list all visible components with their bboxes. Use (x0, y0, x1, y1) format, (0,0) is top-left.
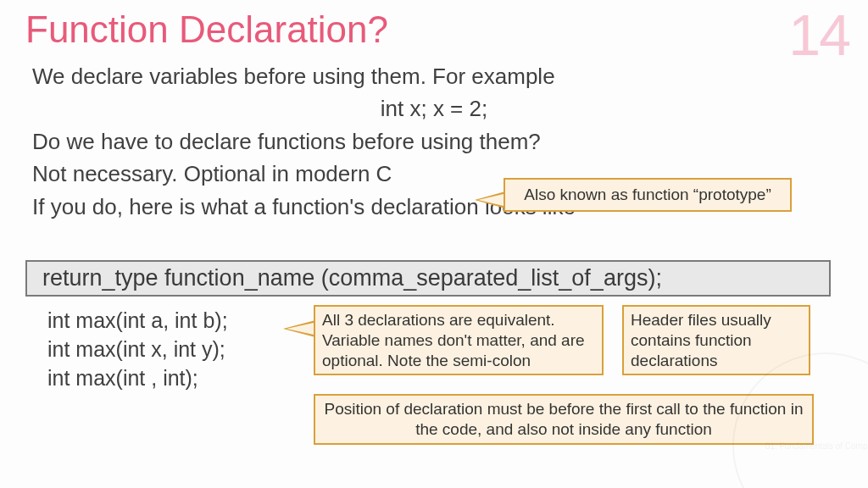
code-examples: int max(int a, int b); int max(int x, in… (47, 307, 228, 392)
page-title: Function Declaration? (25, 8, 388, 51)
body-example: int x; x = 2; (32, 93, 836, 124)
code-example-2: int max(int x, int y); (47, 336, 228, 364)
callout-pointer-icon (283, 320, 315, 337)
callout-header-files: Header files usually contains function d… (622, 305, 810, 375)
code-example-3: int max(int , int); (47, 364, 228, 393)
body-line-1: We declare variables before using them. … (32, 61, 836, 92)
callout-prototype: Also known as function “prototype” (504, 178, 792, 212)
callout-pointer-icon (475, 191, 505, 208)
syntax-box: return_type function_name (comma_separat… (25, 260, 831, 297)
slide-number: 14 (788, 2, 849, 68)
callout-position: Position of declaration must be before t… (314, 394, 814, 445)
code-example-1: int max(int a, int b); (47, 307, 228, 336)
body-line-2: Do we have to declare functions before u… (32, 126, 836, 157)
callout-equivalent: All 3 declarations are equivalent. Varia… (314, 305, 604, 375)
